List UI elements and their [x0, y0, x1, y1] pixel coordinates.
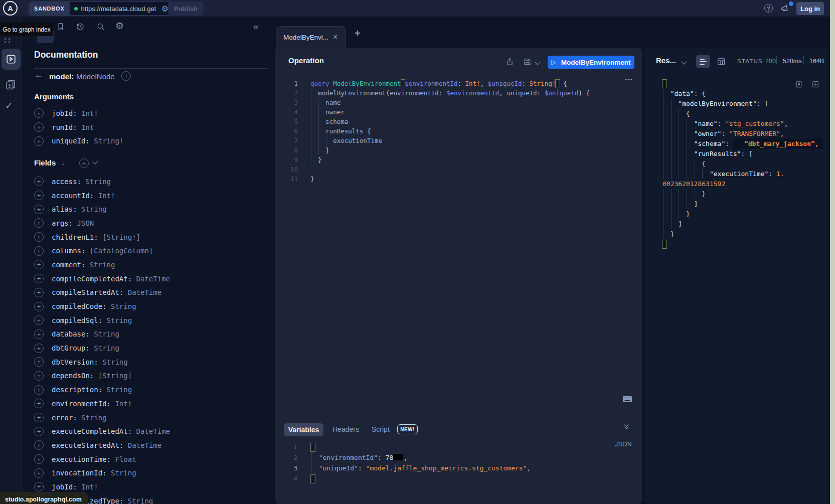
field-type[interactable]: Float — [115, 455, 136, 463]
field-type[interactable]: [CatalogColumn] — [90, 247, 153, 255]
field-name[interactable]: columns: — [52, 247, 90, 255]
keyboard-shortcuts-icon[interactable] — [622, 396, 632, 403]
help-icon[interactable]: ? — [764, 4, 773, 13]
add-to-query-icon[interactable]: + — [34, 177, 44, 186]
apollo-logo[interactable]: A — [3, 1, 18, 16]
field-type[interactable]: DateTime — [128, 441, 161, 449]
field-name[interactable]: environmentId: — [52, 400, 115, 408]
add-to-query-icon[interactable]: + — [34, 136, 44, 146]
field-name[interactable]: access: — [52, 178, 85, 186]
operation-tab[interactable]: ModelByEnvi... × — [276, 26, 346, 48]
add-to-query-icon[interactable]: + — [34, 454, 44, 464]
field-name[interactable]: dbtGroup: — [52, 344, 94, 352]
field-name[interactable]: accountId: — [52, 192, 98, 200]
field-type[interactable]: String — [81, 414, 107, 422]
table-view-icon[interactable] — [717, 57, 726, 66]
schema-icon[interactable] — [5, 79, 17, 90]
add-to-query-icon[interactable]: + — [34, 232, 44, 242]
field-name[interactable]: compiledSql: — [52, 316, 107, 324]
field-type[interactable]: String — [94, 330, 119, 338]
add-to-query-icon[interactable]: + — [34, 205, 44, 214]
save-icon[interactable] — [523, 57, 532, 66]
add-to-query-icon[interactable]: + — [34, 288, 44, 297]
save-options-chevron-icon[interactable] — [535, 59, 540, 65]
new-tab-button[interactable]: + — [355, 28, 361, 39]
endpoint-url-input[interactable]: https://metadata.cloud.get ⚙ — [70, 2, 176, 15]
field-name[interactable]: invocationId: — [52, 469, 111, 477]
field-name[interactable]: compiledCode: — [52, 302, 111, 310]
field-type[interactable]: String — [81, 205, 107, 213]
field-name[interactable]: jobId: — [52, 483, 81, 491]
add-to-query-icon[interactable]: + — [34, 191, 44, 200]
field-name[interactable]: error: — [52, 414, 81, 422]
field-name[interactable]: compileCompletedAt: — [52, 275, 136, 283]
field-name[interactable]: childrenL1: — [52, 233, 102, 241]
publish-button[interactable]: Publish — [168, 2, 204, 16]
argument-type[interactable]: Int! — [81, 109, 98, 117]
login-button[interactable]: Log in — [796, 2, 824, 15]
argument-name[interactable]: uniqueId: — [52, 137, 94, 145]
add-to-query-icon[interactable]: + — [34, 440, 44, 450]
add-to-query-icon[interactable]: + — [34, 482, 44, 491]
field-name[interactable]: dependsOn: — [52, 372, 98, 380]
history-icon[interactable] — [76, 22, 85, 31]
field-type[interactable]: Int! — [98, 192, 115, 200]
field-type[interactable]: [String] — [98, 372, 132, 380]
response-title[interactable]: Res... — [656, 56, 676, 65]
field-type[interactable]: Int! — [115, 400, 132, 408]
tab-close-icon[interactable]: × — [333, 33, 338, 42]
add-to-query-icon[interactable]: + — [34, 218, 44, 228]
editor-menu-icon[interactable]: ••• — [625, 76, 633, 82]
tab-script[interactable]: Script — [372, 425, 390, 433]
checks-icon[interactable]: ✓ — [5, 100, 13, 111]
sort-fields-icon[interactable]: ↓ — [61, 158, 65, 166]
add-to-query-icon[interactable]: + — [34, 274, 44, 283]
field-name[interactable]: args: — [52, 219, 77, 227]
fields-chevron-icon[interactable] — [92, 158, 98, 164]
graph-index-icon[interactable] — [5, 38, 14, 42]
field-type[interactable]: String — [102, 358, 128, 366]
collapse-variables-icon[interactable] — [623, 423, 630, 430]
field-name[interactable]: comment: — [52, 261, 90, 269]
add-to-query-icon[interactable]: + — [34, 399, 44, 408]
tab-variables[interactable]: Variables — [284, 423, 323, 436]
back-arrow-icon[interactable]: ← — [34, 70, 43, 80]
add-to-query-icon[interactable]: + — [34, 122, 44, 132]
field-type[interactable]: DateTime — [136, 275, 170, 283]
search-icon[interactable] — [96, 22, 105, 31]
field-name[interactable]: executeStartedAt: — [52, 441, 128, 449]
download-response-icon[interactable] — [811, 80, 819, 89]
copy-response-icon[interactable] — [795, 80, 803, 89]
add-to-query-icon[interactable]: + — [34, 315, 44, 325]
add-fields-icon[interactable]: + — [79, 158, 89, 168]
field-type[interactable]: String — [85, 178, 111, 186]
add-to-query-icon[interactable]: + — [34, 344, 44, 353]
argument-type[interactable]: Int — [81, 123, 94, 131]
add-to-query-icon[interactable]: + — [34, 413, 44, 422]
add-to-query-icon[interactable]: + — [34, 302, 44, 311]
field-type[interactable]: DateTime — [128, 288, 161, 296]
add-to-query-icon[interactable]: + — [34, 385, 44, 395]
field-type[interactable]: [String!] — [102, 233, 140, 241]
field-type[interactable]: String — [94, 344, 119, 352]
field-name[interactable]: executeCompletedAt: — [52, 427, 136, 435]
field-type[interactable]: String — [107, 386, 132, 394]
field-name[interactable]: alias: — [52, 205, 81, 213]
collapse-sidebar-icon[interactable]: « — [253, 21, 259, 32]
field-type[interactable]: String — [107, 316, 132, 324]
add-to-query-icon[interactable]: + — [34, 108, 44, 118]
doc-breadcrumb-type[interactable]: ModelNode — [76, 72, 115, 81]
settings-gear-icon[interactable]: ⚙ — [115, 20, 124, 32]
add-to-query-icon[interactable]: + — [34, 468, 44, 478]
explorer-tab-active[interactable] — [2, 49, 21, 70]
argument-type[interactable]: String! — [94, 137, 123, 145]
argument-name[interactable]: jobId: — [52, 109, 81, 117]
tab-headers[interactable]: Headers — [332, 425, 359, 433]
share-icon[interactable] — [506, 57, 514, 66]
field-name[interactable]: executionTime: — [52, 455, 115, 463]
saved-operations-icon[interactable] — [56, 22, 65, 31]
field-name[interactable]: description: — [52, 386, 107, 394]
add-to-query-icon[interactable]: + — [34, 329, 44, 339]
add-to-query-icon[interactable]: + — [34, 427, 44, 436]
add-to-query-icon[interactable]: + — [34, 260, 44, 269]
